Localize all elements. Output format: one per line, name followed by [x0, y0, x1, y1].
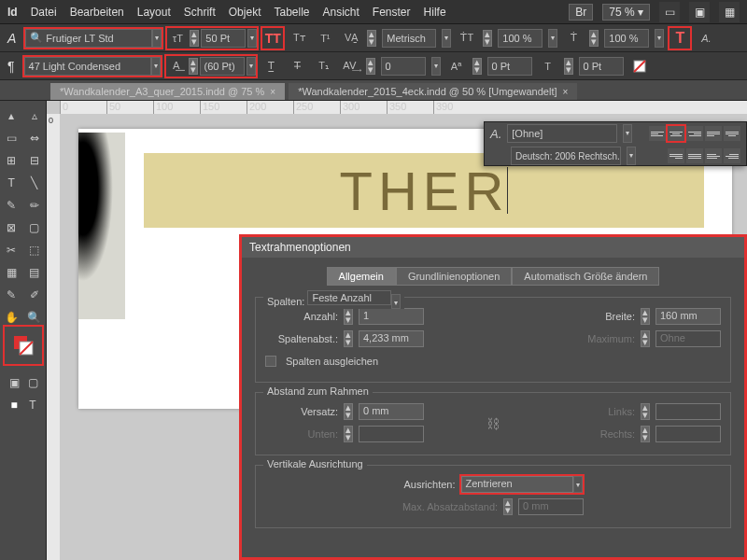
fill-stroke-proxy[interactable] [5, 327, 42, 364]
selection-tool[interactable]: ▴ [0, 105, 23, 127]
menu-item[interactable]: Hilfe [424, 6, 446, 19]
vertical-align-select[interactable]: Zentrieren [461, 476, 573, 493]
dropdown-icon[interactable]: ▾ [152, 29, 162, 48]
color-mode-proxy[interactable]: ▣▢ ■T [5, 371, 42, 416]
stepper[interactable]: ▴▾ [641, 308, 650, 325]
pen-tool[interactable]: ✎ [0, 194, 23, 217]
direct-selection-tool[interactable]: ▵ [23, 105, 47, 127]
dropdown-icon[interactable]: ▾ [247, 29, 257, 48]
close-icon[interactable]: × [563, 87, 569, 97]
align-left-icon[interactable] [649, 126, 666, 141]
type-color-icon[interactable]: T [669, 28, 690, 49]
bridge-button[interactable]: Br [569, 4, 593, 21]
document-tab[interactable]: *Wandkalender_A3_quer_2015.indd @ 75 %× [50, 83, 285, 100]
stepper[interactable]: ▴▾ [589, 30, 599, 47]
zoom-select[interactable]: 75 % ▾ [602, 4, 650, 21]
scissors-tool[interactable]: ✂ [0, 239, 23, 261]
font-style-field[interactable]: 47 Light Condensed [24, 57, 151, 76]
type-tool[interactable]: T [0, 172, 23, 194]
font-family-field[interactable]: 🔍Frutiger LT Std [25, 29, 152, 48]
dropdown-icon[interactable]: ▾ [548, 29, 557, 48]
menu-item[interactable]: Datei [31, 6, 57, 19]
stepper[interactable]: ▴▾ [189, 58, 198, 75]
dropdown-icon[interactable]: ▾ [431, 57, 441, 76]
dropdown-icon[interactable]: ▾ [627, 147, 636, 165]
stepper[interactable]: ▴▾ [483, 30, 492, 47]
align-center-icon[interactable] [668, 126, 684, 141]
menu-item[interactable]: Layout [137, 6, 171, 19]
gradient-tool[interactable]: ▦ [0, 261, 23, 284]
justify-right-icon[interactable] [668, 148, 684, 163]
screen-mode-icon[interactable]: ▣ [689, 2, 710, 22]
align-away-spine-icon[interactable] [724, 148, 740, 163]
justify-all-icon[interactable] [686, 148, 703, 163]
dropdown-icon[interactable]: ▾ [151, 57, 161, 76]
eyedropper-tool[interactable]: ✐ [23, 284, 47, 306]
rectangle-tool[interactable]: ▢ [23, 217, 47, 239]
menu-item[interactable]: Tabelle [274, 6, 309, 19]
gradient-feather-tool[interactable]: ▤ [23, 261, 47, 284]
fill-none-icon[interactable] [629, 56, 650, 77]
free-transform-tool[interactable]: ⬚ [23, 239, 47, 261]
gutter-field[interactable]: 4,233 mm [359, 330, 424, 347]
inset-top-field[interactable]: 0 mm [359, 403, 424, 420]
view-mode-icon[interactable]: ▭ [659, 2, 680, 22]
zoom-tool[interactable]: 🔍 [23, 306, 47, 329]
dropdown-icon[interactable]: ▾ [573, 476, 583, 493]
font-size-field[interactable]: 50 Pt [201, 29, 246, 48]
note-tool[interactable]: ✎ [0, 284, 23, 306]
hscale-field[interactable]: 100 % [604, 29, 649, 48]
dropdown-icon[interactable]: ▾ [623, 124, 632, 143]
column-width-field[interactable]: 160 mm [655, 308, 721, 325]
para-style-field[interactable]: [Ohne] [507, 124, 617, 143]
menu-item[interactable]: Objekt [229, 6, 261, 19]
skew-field[interactable]: 0 Pt [579, 57, 624, 76]
dropdown-icon[interactable]: ▾ [655, 29, 664, 48]
link-icon[interactable]: ⛓ [486, 416, 500, 431]
underline-icon[interactable]: T̲ [261, 56, 282, 77]
baseline-field[interactable]: 0 Pt [487, 57, 532, 76]
tracking-field[interactable]: 0 [381, 57, 426, 76]
balance-columns-checkbox[interactable] [265, 356, 276, 367]
rectangle-frame-tool[interactable]: ⊠ [0, 217, 23, 239]
gap-tool[interactable]: ⇔ [23, 127, 47, 149]
tab-general[interactable]: Allgemein [327, 267, 396, 286]
menu-item[interactable]: Bearbeiten [70, 6, 124, 19]
superscript-icon[interactable]: T¹ [315, 28, 335, 49]
column-mode-select[interactable]: Feste Anzahl [307, 290, 391, 305]
stepper[interactable]: ▴▾ [344, 308, 353, 325]
pencil-tool[interactable]: ✏ [23, 194, 47, 217]
leading-field[interactable]: (60 Pt) [200, 57, 245, 76]
dropdown-icon[interactable]: ▾ [391, 294, 401, 309]
dropdown-icon[interactable]: ▾ [247, 57, 256, 76]
stepper[interactable]: ▴▾ [344, 403, 353, 420]
justify-center-icon[interactable] [724, 126, 740, 141]
column-count-field[interactable]: 1 [359, 308, 424, 325]
language-field[interactable]: Deutsch: 2006 Rechtsch... [511, 147, 621, 165]
stepper[interactable]: ▴▾ [344, 330, 353, 347]
menu-item[interactable]: Ansicht [323, 6, 359, 19]
kerning-field[interactable]: Metrisch [382, 29, 436, 48]
char-style-icon[interactable]: A. [696, 28, 716, 49]
stepper[interactable]: ▴▾ [366, 58, 375, 75]
stepper[interactable]: ▴▾ [472, 58, 482, 75]
stepper[interactable]: ▴▾ [564, 58, 573, 75]
align-right-icon[interactable] [686, 126, 703, 141]
content-collector-tool[interactable]: ⊞ [0, 149, 23, 172]
arrange-icon[interactable]: ▦ [719, 2, 740, 22]
tab-autosize[interactable]: Automatisch Größe ändern [512, 267, 659, 286]
allcaps-icon[interactable]: TT [262, 28, 283, 49]
content-placer-tool[interactable]: ⊟ [23, 149, 47, 172]
vscale-field[interactable]: 100 % [498, 29, 543, 48]
hand-tool[interactable]: ✋ [0, 306, 23, 329]
document-tab[interactable]: *Wandkalender_2015_4eck.indd @ 50 % [Umg… [289, 83, 577, 100]
stepper[interactable]: ▴▾ [190, 30, 199, 47]
tab-baseline[interactable]: Grundlinienoptionen [396, 267, 512, 286]
line-tool[interactable]: ╲ [23, 172, 47, 194]
justify-left-icon[interactable] [705, 126, 722, 141]
stepper[interactable]: ▴▾ [367, 30, 376, 47]
menu-item[interactable]: Fenster [373, 6, 411, 19]
align-toward-spine-icon[interactable] [705, 148, 722, 163]
close-icon[interactable]: × [270, 87, 275, 97]
subscript-icon[interactable]: T₁ [314, 56, 334, 77]
